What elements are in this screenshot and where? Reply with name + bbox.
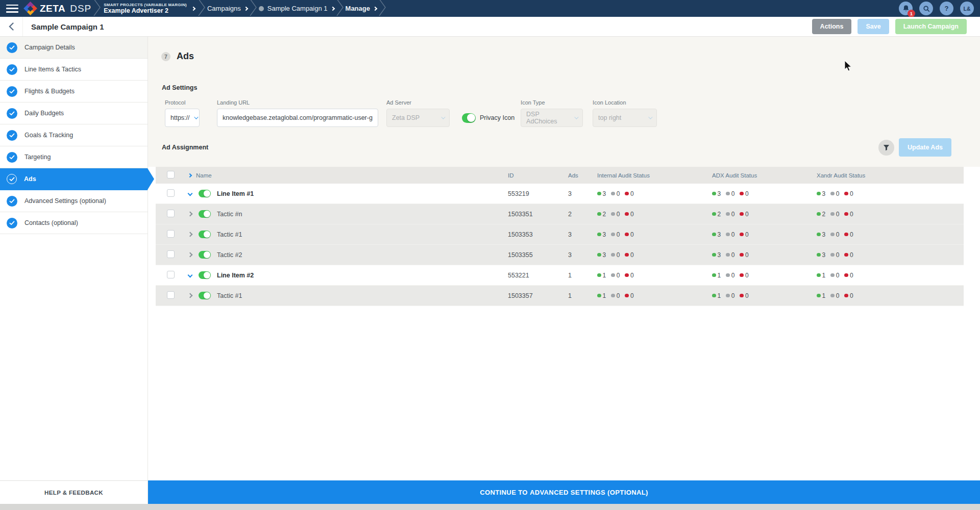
back-button[interactable] — [0, 17, 23, 36]
rejected-count: 0 — [740, 292, 748, 299]
sidebar-item-contacts-optional[interactable]: Contacts (optional) — [0, 212, 148, 234]
row-enabled-toggle[interactable] — [199, 292, 211, 299]
breadcrumb-item[interactable]: Manage — [346, 5, 377, 12]
table-row[interactable]: Line Item #2 553221 1 100 100 100 — [156, 265, 964, 286]
green-dot-icon — [712, 273, 716, 277]
user-avatar[interactable]: L& — [960, 2, 974, 15]
column-header-ads[interactable]: Ads — [568, 172, 597, 178]
green-dot-icon — [597, 294, 601, 298]
sidebar-item-campaign-details[interactable]: Campaign Details — [0, 37, 148, 59]
breadcrumb-advertiser[interactable]: SMART PROJECTS (VARIABLE MARGIN) Example… — [104, 3, 187, 15]
gray-dot-icon — [726, 233, 730, 237]
green-dot-icon — [597, 212, 601, 216]
landing-url-input[interactable] — [217, 109, 378, 127]
launch-campaign-button[interactable]: Launch Campaign — [895, 19, 967, 34]
row-checkbox[interactable] — [167, 271, 175, 278]
rejected-count: 0 — [844, 272, 853, 279]
column-header-id[interactable]: ID — [508, 172, 568, 178]
row-enabled-toggle[interactable] — [199, 190, 211, 197]
check-circle-icon — [7, 174, 17, 184]
save-button[interactable]: Save — [857, 19, 889, 34]
table-row[interactable]: Line Item #1 553219 3 300 300 300 — [156, 184, 964, 204]
sidebar-item-label: Contacts (optional) — [24, 219, 78, 226]
sidebar-item-ads[interactable]: Ads — [0, 168, 148, 190]
chevron-left-icon — [9, 22, 14, 31]
ad-server-select[interactable]: Zeta DSP — [386, 109, 450, 127]
gray-dot-icon — [726, 212, 730, 216]
pending-count: 0 — [830, 231, 839, 238]
table-row[interactable]: Tactic #1 1503357 1 100 100 100 — [156, 286, 964, 306]
icon-type-select[interactable]: DSP AdChoices — [521, 109, 583, 127]
expand-chevron-icon[interactable] — [188, 212, 193, 217]
continue-button[interactable]: CONTINUE TO ADVANCED SETTINGS (OPTIONAL) — [148, 480, 980, 504]
column-header-internal-audit[interactable]: Internal Audit Status — [597, 172, 712, 178]
red-dot-icon — [625, 233, 629, 237]
expand-chevron-icon[interactable] — [188, 252, 193, 258]
red-dot-icon — [740, 273, 744, 277]
help-button[interactable]: ? — [940, 2, 953, 15]
row-checkbox[interactable] — [167, 250, 175, 258]
sidebar-item-goals-tracking[interactable]: Goals & Tracking — [0, 124, 148, 146]
sidebar-item-advanced-settings-optional[interactable]: Advanced Settings (optional) — [0, 190, 148, 212]
approved-count: 3 — [817, 231, 825, 238]
rejected-count: 0 — [740, 251, 748, 259]
row-enabled-toggle[interactable] — [199, 231, 211, 238]
privacy-icon-toggle[interactable] — [462, 113, 476, 123]
expand-chevron-icon[interactable] — [188, 273, 193, 278]
column-header-name[interactable]: Name — [196, 172, 212, 178]
actions-button[interactable]: Actions — [812, 19, 852, 34]
ad-assignment-table: Name ID Ads Internal Audit Status ADX Au… — [156, 167, 964, 306]
green-dot-icon — [597, 233, 601, 237]
adx-audit-status: 100 — [712, 272, 817, 279]
row-name: Line Item #1 — [217, 190, 254, 197]
column-header-adx-audit[interactable]: ADX Audit Status — [712, 172, 817, 178]
sidebar-item-flights-budgets[interactable]: Flights & Budgets — [0, 81, 148, 103]
row-enabled-toggle[interactable] — [199, 210, 211, 218]
breadcrumb-item[interactable]: Sample Campaign 1 — [259, 5, 334, 12]
table-row[interactable]: Tactic #1 1503353 3 300 300 300 — [156, 224, 964, 245]
sidebar-item-daily-budgets[interactable]: Daily Budgets — [0, 103, 148, 124]
logo-text-dsp: DSP — [70, 3, 91, 14]
rejected-count: 0 — [625, 231, 633, 238]
ads-step-content: 7 Ads Ad Settings Protocol https:// Land… — [148, 37, 980, 480]
filter-button[interactable] — [878, 140, 894, 156]
row-checkbox[interactable] — [167, 291, 175, 299]
green-dot-icon — [712, 253, 716, 257]
row-checkbox[interactable] — [167, 189, 175, 197]
section-heading-ads: Ads — [177, 51, 194, 62]
search-button[interactable] — [919, 2, 933, 15]
protocol-select[interactable]: https:// — [165, 109, 200, 127]
expand-chevron-icon[interactable] — [188, 191, 193, 196]
gray-dot-icon — [611, 192, 615, 196]
sidebar-item-label: Goals & Tracking — [24, 132, 73, 139]
red-dot-icon — [844, 294, 848, 298]
expand-chevron-icon[interactable] — [188, 232, 193, 237]
column-header-xandr-audit[interactable]: Xandr Audit Status — [817, 172, 964, 178]
breadcrumb-item[interactable]: Campaigns — [207, 5, 248, 12]
expand-all-chevron-icon[interactable] — [188, 173, 192, 177]
sidebar-item-line-items-tactics[interactable]: Line Items & Tactics — [0, 59, 148, 81]
row-id: 553221 — [508, 272, 568, 279]
notifications-button[interactable]: 1 — [899, 2, 913, 15]
update-ads-button[interactable]: Update Ads — [899, 138, 951, 157]
icon-location-select[interactable]: top right — [593, 109, 657, 127]
table-row[interactable]: Tactic #2 1503355 3 300 300 300 — [156, 245, 964, 265]
pending-count: 0 — [726, 272, 734, 279]
expand-chevron-icon[interactable] — [188, 293, 193, 298]
row-checkbox[interactable] — [167, 230, 175, 238]
row-checkbox[interactable] — [167, 210, 175, 217]
row-enabled-toggle[interactable] — [199, 251, 211, 259]
table-header-row: Name ID Ads Internal Audit Status ADX Au… — [156, 167, 964, 184]
help-feedback-button[interactable]: HELP & FEEDBACK — [0, 480, 148, 504]
rejected-count: 0 — [844, 231, 853, 238]
sidebar-item-targeting[interactable]: Targeting — [0, 146, 148, 168]
zeta-dsp-logo[interactable]: ZETA DSP — [24, 3, 91, 14]
rejected-count: 0 — [844, 292, 853, 299]
red-dot-icon — [740, 294, 744, 298]
row-enabled-toggle[interactable] — [199, 271, 211, 279]
gray-dot-icon — [830, 233, 835, 237]
table-row[interactable]: Tactic #n 1503351 2 200 200 200 — [156, 204, 964, 224]
xandr-audit-status: 300 — [817, 231, 964, 238]
hamburger-menu-icon[interactable] — [6, 5, 18, 13]
select-all-checkbox[interactable] — [167, 171, 175, 178]
